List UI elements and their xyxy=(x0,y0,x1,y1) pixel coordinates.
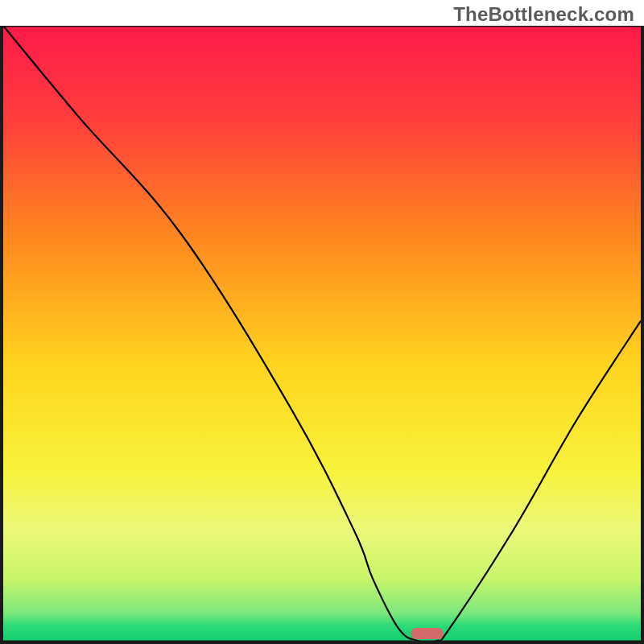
optimal-range-marker xyxy=(411,628,444,639)
watermark-text: TheBottleneck.com xyxy=(453,3,634,26)
gradient-background xyxy=(3,26,641,641)
bottleneck-chart xyxy=(0,0,644,644)
chart-container: TheBottleneck.com xyxy=(0,0,644,644)
